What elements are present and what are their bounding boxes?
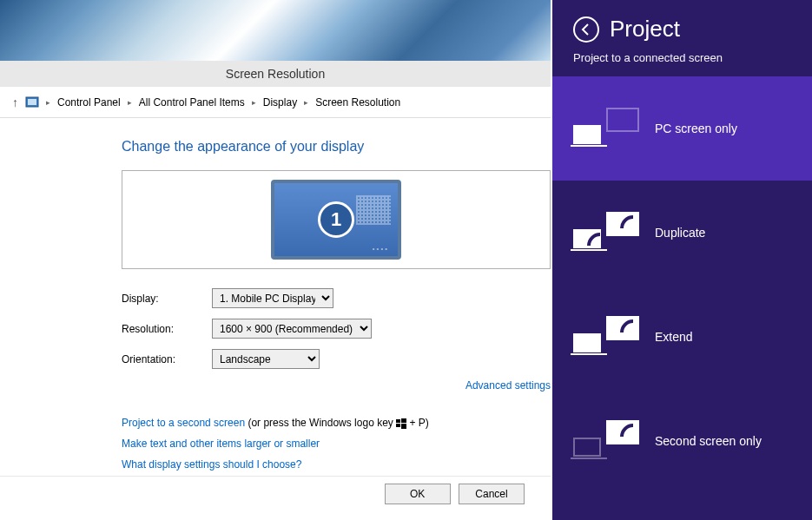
option-label: Duplicate <box>655 226 705 240</box>
up-icon[interactable]: ↑ <box>12 95 18 109</box>
window-title: Screen Resolution <box>0 61 551 87</box>
charm-subtitle: Project to a connected screen <box>573 51 791 64</box>
dialog-buttons: OK Cancel <box>0 476 551 511</box>
display-label: Display: <box>122 293 212 305</box>
chevron-right-icon: ▸ <box>304 98 308 107</box>
advanced-settings-link[interactable]: Advanced settings <box>465 379 551 392</box>
chevron-right-icon: ▸ <box>46 98 50 107</box>
project-hint-text-2: + P) <box>406 417 429 429</box>
display-select[interactable]: 1. Mobile PC Display <box>212 288 333 308</box>
charm-title: Project <box>610 16 680 43</box>
monitor-preview[interactable]: 1 •••• <box>271 180 401 260</box>
text-size-link[interactable]: Make text and other items larger or smal… <box>122 438 320 450</box>
project-option-pc-only[interactable]: PC screen only <box>552 76 812 181</box>
option-label: PC screen only <box>655 122 737 135</box>
orientation-select[interactable]: Landscape <box>212 349 320 369</box>
arrow-left-icon <box>579 23 593 36</box>
orientation-label: Orientation: <box>122 353 212 365</box>
resolution-label: Resolution: <box>122 323 212 335</box>
option-label: Extend <box>655 330 693 344</box>
charm-header: Project Project to a connected screen <box>552 0 812 76</box>
chevron-right-icon: ▸ <box>128 98 132 107</box>
main-content: Change the appearance of your display 1 … <box>0 118 551 475</box>
option-label: Second screen only <box>655 434 762 448</box>
advanced-settings-row: Advanced settings <box>122 379 551 392</box>
orientation-row: Orientation: Landscape <box>122 349 551 369</box>
chevron-right-icon: ▸ <box>252 98 256 107</box>
ok-button[interactable]: OK <box>385 484 451 504</box>
monitor-grid-pattern <box>356 195 391 225</box>
display-preview-frame: 1 •••• <box>122 170 551 269</box>
second-only-icon <box>573 420 639 462</box>
cancel-button[interactable]: Cancel <box>459 484 525 504</box>
breadcrumb: ↑ ▸ Control Panel ▸ All Control Panel It… <box>0 87 551 118</box>
project-option-extend[interactable]: Extend <box>552 285 812 389</box>
breadcrumb-item[interactable]: All Control Panel Items <box>139 96 245 109</box>
pc-only-icon <box>573 108 639 149</box>
project-second-screen-link[interactable]: Project to a second screen <box>122 417 245 429</box>
svg-rect-4 <box>396 424 400 427</box>
help-links: Project to a second screen (or press the… <box>122 412 551 475</box>
monitor-number: 1 <box>318 201 354 238</box>
back-button[interactable] <box>573 16 599 43</box>
resolution-row: Resolution: 1600 × 900 (Recommended) <box>122 319 551 339</box>
breadcrumb-item[interactable]: Control Panel <box>57 96 121 109</box>
monitor-dots: •••• <box>373 245 389 253</box>
project-option-duplicate[interactable]: Duplicate <box>552 181 812 285</box>
page-heading: Change the appearance of your display <box>122 139 551 155</box>
help-link[interactable]: What display settings should I choose? <box>122 458 301 471</box>
breadcrumb-item[interactable]: Screen Resolution <box>315 96 400 109</box>
windows-key-icon <box>396 418 406 429</box>
project-option-second-only[interactable]: Second screen only <box>552 389 812 493</box>
extend-icon <box>573 316 639 358</box>
duplicate-icon <box>573 212 639 253</box>
resolution-select[interactable]: 1600 × 900 (Recommended) <box>212 319 372 339</box>
project-charm-panel: Project Project to a connected screen PC… <box>552 0 812 520</box>
breadcrumb-item[interactable]: Display <box>263 96 297 109</box>
svg-rect-1 <box>28 99 36 105</box>
desktop-wallpaper <box>0 0 551 61</box>
control-panel-icon <box>25 95 39 109</box>
display-row: Display: 1. Mobile PC Display <box>122 288 551 308</box>
project-hint-text-1: (or press the Windows logo key <box>245 417 396 429</box>
svg-rect-2 <box>396 419 400 423</box>
